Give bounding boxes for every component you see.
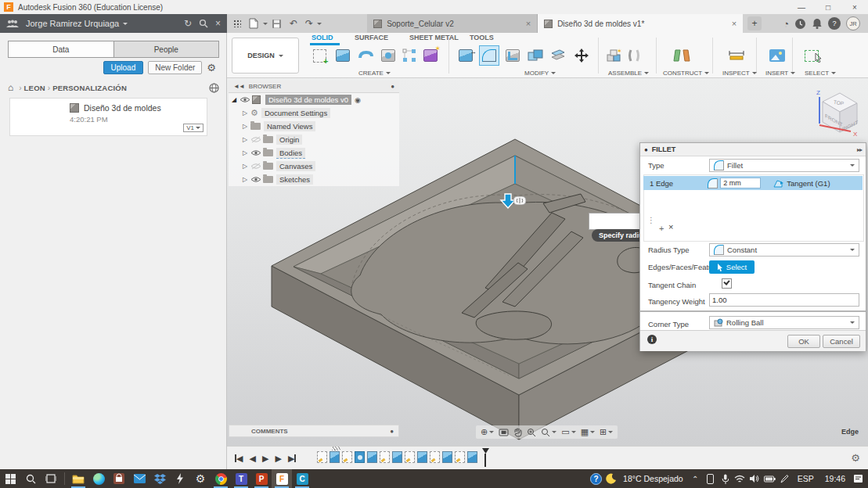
help-icon[interactable]: ? xyxy=(828,17,841,30)
group-assemble[interactable]: ASSEMBLE xyxy=(608,70,649,77)
timeline-gear-icon[interactable]: ⚙ xyxy=(851,452,860,464)
browser-row-sketches[interactable]: ▷ Sketches xyxy=(229,173,399,186)
group-inspect[interactable]: INSPECT xyxy=(722,70,757,77)
timeline-playhead[interactable] xyxy=(482,448,489,467)
mail-icon[interactable] xyxy=(129,469,149,488)
pattern-button[interactable] xyxy=(399,45,420,66)
timeline-play[interactable]: ▶ xyxy=(262,454,268,464)
tab-data[interactable]: Data xyxy=(9,41,113,57)
3d-viewport[interactable]: ◄◄ BROWSER ● ◢ Diseño 3d de moldes v0 ◉ … xyxy=(227,78,868,446)
save-icon[interactable] xyxy=(272,19,282,29)
breadcrumb-personalizacion[interactable]: PERSONALIZACIÓN xyxy=(52,84,127,92)
browser-row-named-views[interactable]: ▷ Named Views xyxy=(229,120,399,133)
select-button[interactable] xyxy=(803,45,823,66)
group-select[interactable]: SELECT xyxy=(805,70,836,77)
group-create[interactable]: CREATE xyxy=(358,70,391,77)
browser-row-bodies[interactable]: ▷ Bodies xyxy=(229,146,399,160)
hole-button[interactable] xyxy=(378,45,398,66)
powerpoint-icon[interactable]: P xyxy=(251,469,272,488)
browser-root-row[interactable]: ◢ Diseño 3d de moldes v0 ◉ xyxy=(229,93,399,106)
timeline-feature-canvas[interactable] xyxy=(355,451,365,463)
notification-center-icon[interactable] xyxy=(852,469,865,488)
zoom-tool[interactable] xyxy=(527,428,536,437)
radius-type-dropdown[interactable]: Constant xyxy=(709,243,859,257)
move-copy-button[interactable] xyxy=(571,45,592,66)
language-indicator[interactable]: ESP xyxy=(798,474,814,483)
close-tab-icon[interactable]: × xyxy=(732,19,737,28)
file-list-item[interactable]: Diseño 3d de moldes 4:20:21 PM V1 xyxy=(9,98,207,136)
visibility-eye-off-icon[interactable] xyxy=(250,136,261,143)
close-button[interactable]: × xyxy=(841,0,868,14)
timeline-feature-extrude[interactable] xyxy=(367,451,377,463)
upload-button[interactable]: Upload xyxy=(103,61,144,74)
people-icon[interactable] xyxy=(6,20,19,27)
undo-icon[interactable]: ↶ xyxy=(290,18,297,29)
microphone-icon[interactable] xyxy=(719,469,732,488)
volume-icon[interactable] xyxy=(748,469,762,488)
timeline-feature-extrude[interactable] xyxy=(417,451,427,463)
revolve-button[interactable] xyxy=(356,45,376,66)
new-file-icon[interactable] xyxy=(249,18,259,29)
create-sketch-button[interactable]: + xyxy=(309,45,330,66)
timeline-feature-sketch[interactable] xyxy=(380,451,390,463)
data-settings-gear-icon[interactable]: ⚙ xyxy=(207,62,216,74)
version-badge[interactable]: V1 xyxy=(183,124,203,132)
search-icon[interactable] xyxy=(199,19,208,28)
timeline-step-back[interactable]: ◀ xyxy=(249,454,255,464)
timeline-go-to-start[interactable]: ◀ xyxy=(235,454,243,464)
notifications-bell-icon[interactable] xyxy=(812,18,823,30)
reorder-grip-icon[interactable]: ⋮ xyxy=(647,216,655,224)
timeline-feature-extrude[interactable] xyxy=(442,451,452,463)
tab-solid[interactable]: SOLID xyxy=(312,34,333,41)
wifi-icon[interactable] xyxy=(733,469,747,488)
user-avatar[interactable]: JR xyxy=(846,16,860,30)
joint-button[interactable] xyxy=(625,45,645,66)
redo-icon[interactable]: ↷ xyxy=(305,18,313,29)
globe-icon[interactable] xyxy=(209,83,219,93)
browser-row-canvases[interactable]: ▷ Canvases xyxy=(229,160,399,173)
cancel-button[interactable]: Cancel xyxy=(823,335,860,348)
timeline-step-forward[interactable]: ▶ xyxy=(275,454,281,464)
design-workspace-selector[interactable]: DESIGN xyxy=(232,38,299,74)
insert-image-button[interactable] xyxy=(767,45,787,66)
visibility-eye-off-icon[interactable] xyxy=(250,163,261,170)
info-icon[interactable]: i xyxy=(647,335,657,344)
type-dropdown[interactable]: Fillet xyxy=(709,159,859,172)
settings-gear-icon[interactable]: ⚙ xyxy=(190,469,211,488)
minimize-button[interactable]: — xyxy=(788,0,815,14)
app-grid-icon[interactable] xyxy=(233,20,241,27)
new-tab-button[interactable]: + xyxy=(747,16,762,30)
new-folder-button[interactable]: New Folder xyxy=(148,61,202,74)
timeline-feature-sketch[interactable] xyxy=(455,451,465,463)
tab-sheet-metal[interactable]: SHEET METAL xyxy=(409,34,459,41)
fit-tool[interactable] xyxy=(541,428,556,437)
weather-widget[interactable]: 18°C Despejado xyxy=(623,474,683,483)
measure-button[interactable] xyxy=(726,45,747,66)
remove-edge-set-icon[interactable]: × xyxy=(668,222,673,231)
visibility-eye-icon[interactable] xyxy=(250,176,261,183)
group-insert[interactable]: INSERT xyxy=(765,70,795,77)
comments-options-icon[interactable]: ● xyxy=(390,428,394,435)
look-at-tool[interactable] xyxy=(499,429,509,436)
fillet-button[interactable] xyxy=(479,45,499,66)
timeline-feature-extrude[interactable] xyxy=(392,451,402,463)
comments-bar[interactable]: COMMENTS ● xyxy=(229,425,399,437)
grid-settings[interactable]: ▦ xyxy=(581,427,595,437)
tab-surface[interactable]: SURFACE xyxy=(355,34,388,41)
dropbox-icon[interactable] xyxy=(149,469,170,488)
orbit-tool[interactable]: ⊕ xyxy=(481,427,494,437)
radius-value-input-box[interactable] xyxy=(589,213,645,230)
view-cube[interactable]: TOP FRONT RIGHT Z X xyxy=(810,84,865,141)
timeline-feature-sketch[interactable] xyxy=(405,451,415,463)
expand-dialog-icon[interactable]: ▸▸ xyxy=(857,146,862,153)
tab-tools[interactable]: TOOLS xyxy=(470,34,494,41)
browser-row-document-settings[interactable]: ▷ ⚙ Document Settings xyxy=(229,106,399,120)
file-explorer-icon[interactable] xyxy=(68,469,88,488)
chrome-icon[interactable] xyxy=(211,469,231,488)
activate-radio-icon[interactable]: ◉ xyxy=(355,96,361,104)
timeline-go-to-end[interactable]: ▶ xyxy=(288,454,296,464)
viewports-settings[interactable]: ⊞ xyxy=(600,427,613,437)
display-settings[interactable]: ▭ xyxy=(561,427,575,437)
tab-soporte-celular[interactable]: Soporte_Celular v2 × xyxy=(367,14,538,33)
browser-row-origin[interactable]: ▷ Origin xyxy=(229,133,399,146)
